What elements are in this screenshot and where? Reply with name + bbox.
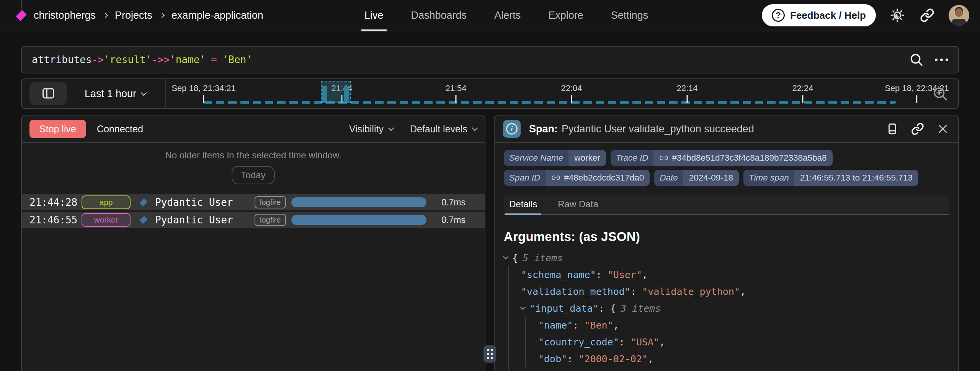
json-comma: , [648,353,653,364]
json-comma: , [642,269,648,280]
row-timestamp: 21:44:28 [29,197,77,208]
user-avatar[interactable] [949,5,969,26]
detail-panel-actions [885,122,950,136]
live-view-panel: Stop live Connected Visibility Default l… [21,115,485,371]
json-value: "User" [608,269,642,280]
copy-link-icon[interactable] [911,122,924,136]
trace-id-value: #34bd8e51d73c3f4c8a189b72338a5ba8 [672,153,826,163]
nav-tab-live[interactable]: Live [364,0,384,31]
json-level-1: "schema_name": "User", "validation_metho… [508,266,949,371]
link-icon [659,153,668,163]
json-colon: : [573,320,584,331]
duration-bar [291,197,426,207]
zoom-in-icon[interactable] [932,86,948,102]
visibility-label: Visibility [349,124,384,135]
badge-time-span: Time span 21:46:55.713 to 21:46:55.713 [743,170,918,186]
top-header: christophergs Projects example-applicati… [0,0,980,31]
query-literal: 'Ben' [222,54,252,65]
json-entry: "input_data": {3 items [521,300,949,317]
nav-tab-settings[interactable]: Settings [611,0,648,31]
close-icon[interactable] [936,122,950,136]
timeline-bar: Last 1 hour Sep 18, 21:34:21 21:44 21:54… [21,78,959,109]
breadcrumb-project[interactable]: example-application [172,10,263,21]
collapse-caret-icon[interactable] [503,254,508,259]
nav-tab-explore[interactable]: Explore [548,0,583,31]
timeline-selection[interactable] [321,81,351,103]
json-key: "schema_name" [521,269,596,280]
tab-raw-data[interactable]: Raw Data [554,195,602,215]
breadcrumb-org[interactable]: christophergs [34,10,96,21]
timeline-tick-start: Sep 18, 21:34:21 [172,83,236,103]
default-levels-dropdown[interactable]: Default levels [410,124,477,135]
badge-service-name: Service Name worker [504,150,606,166]
json-key: "dob" [538,353,567,364]
live-panel-header: Stop live Connected Visibility Default l… [22,116,485,143]
tick-label: 22:14 [676,83,697,93]
badge-label: Trace ID [611,150,654,166]
empty-message: No older items in the selected time wind… [22,150,485,161]
log-row[interactable]: 21:44:28 app Pydantic User logfire 0.7ms [22,194,485,210]
json-entry: "validation_method": "validate_python", [521,283,949,300]
span-diamond-icon [139,198,147,206]
service-tag: app [82,195,131,209]
chevron-right-icon [159,13,165,18]
timeline-track[interactable]: Sep 18, 21:34:21 21:44 21:54 22:04 22:14… [22,79,958,108]
json-comma: , [613,320,619,331]
timeline-tick: 22:04 [561,83,582,103]
badge-span-id[interactable]: Span ID #48eb2cdcdc317da0 [504,170,650,186]
histogram-bar [344,86,349,103]
query-operator: -> [92,54,104,65]
theme-toggle-icon[interactable] [889,7,906,24]
stop-live-button[interactable]: Stop live [29,120,86,138]
tab-details[interactable]: Details [505,195,541,215]
duration-label: 0.7ms [433,197,466,208]
span-title: Span:Pydantic User validate_python succe… [529,123,885,135]
detail-panel-header: i Span:Pydantic User validate_python suc… [495,116,958,143]
span-title-label: Span: [529,123,558,135]
detail-tabs: Details Raw Data [504,195,949,215]
collapse-caret-icon[interactable] [520,304,526,310]
json-brace: { [610,303,616,314]
feedback-help-label: Feedback / Help [790,10,866,21]
query-actions [908,51,948,68]
badge-trace-id[interactable]: Trace ID #34bd8e51d73c3f4c8a189b72338a5b… [611,150,833,166]
json-entry: "schema_name": "User", [521,266,949,283]
main-nav: Live Dashboards Alerts Explore Settings [364,0,648,31]
timeline-tick: 22:14 [676,83,697,103]
panel-layout-icon[interactable] [885,122,899,136]
json-colon: : [596,269,608,280]
span-meta-badges: Service Name worker Trace ID #34bd8e51d7… [504,150,949,186]
json-value: "Ben" [584,320,613,331]
query-input[interactable]: attributes->'result'->>'name'='Ben' [21,46,959,73]
nav-tab-alerts[interactable]: Alerts [494,0,521,31]
chevron-down-icon [472,125,478,131]
more-options-icon[interactable] [935,59,948,61]
search-icon[interactable] [908,51,925,68]
duration-label: 0.7ms [433,215,466,225]
visibility-dropdown[interactable]: Visibility [349,124,393,135]
json-entry: "country_code": "USA", [538,334,949,350]
span-detail-panel: i Span:Pydantic User validate_python suc… [494,115,959,371]
badge-date: Date 2024-09-18 [654,170,739,186]
tick-label: 21:54 [445,83,466,93]
badge-label: Time span [743,170,794,186]
logfire-logo[interactable] [15,0,27,31]
tick-label: 22:24 [792,83,813,93]
query-field: attributes [32,54,92,65]
badge-label: Span ID [504,170,546,186]
json-entry: "dob": "2000-02-02", [538,350,949,367]
feedback-help-button[interactable]: ? Feedback / Help [762,4,876,26]
json-value: "validate_python" [642,286,740,297]
breadcrumb-projects[interactable]: Projects [115,10,152,21]
json-item-count: 5 items [523,252,563,264]
json-viewer: {5 items "schema_name": "User", "validat… [504,249,949,371]
help-circle-icon: ? [772,9,785,22]
share-link-icon[interactable] [919,7,936,24]
chevron-down-icon [388,125,394,131]
log-row[interactable]: 21:46:55 worker Pydantic User logfire 0.… [22,212,485,228]
json-entry: "name": "Ben", [538,317,949,334]
panel-resize-handle[interactable] [483,345,496,363]
json-key: "name" [538,320,573,331]
detail-panel-body: Service Name worker Trace ID #34bd8e51d7… [495,150,958,371]
nav-tab-dashboards[interactable]: Dashboards [411,0,467,31]
